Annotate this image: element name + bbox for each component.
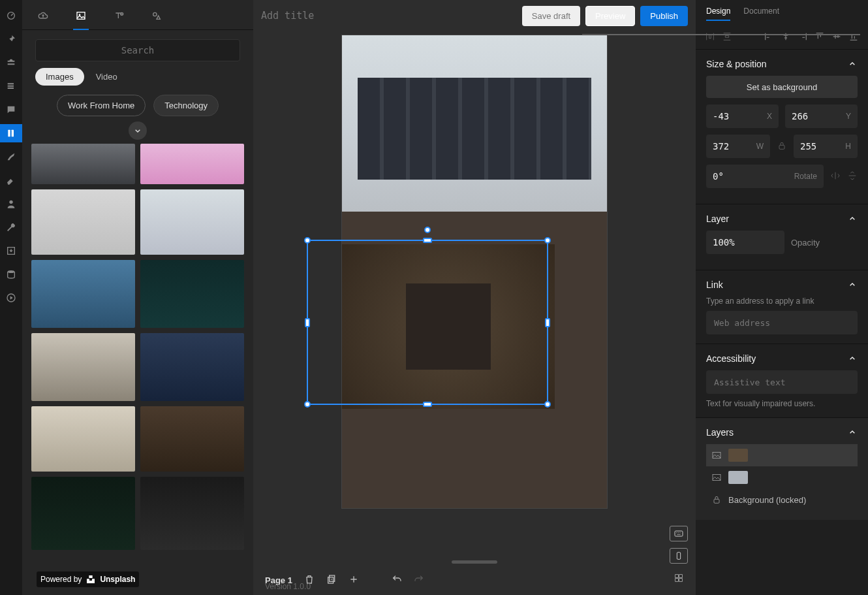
preview-button[interactable]: Preview — [585, 6, 635, 26]
seg-images[interactable]: Images — [35, 68, 84, 86]
chevron-up-icon — [847, 427, 858, 438]
title-input[interactable] — [261, 10, 517, 22]
chevron-up-icon — [847, 214, 858, 224]
layer-thumb — [728, 449, 748, 462]
section-layers: Layers Background (locked) — [696, 417, 868, 520]
chip-technology[interactable]: Technology — [153, 95, 219, 116]
svg-rect-1 — [8, 130, 10, 137]
canvas-image-top[interactable] — [342, 35, 607, 212]
version-label: Version 1.0.0 — [265, 582, 311, 591]
save-draft-button[interactable]: Save draft — [522, 6, 580, 26]
lock-aspect-icon[interactable] — [777, 140, 787, 153]
undo-icon[interactable] — [392, 574, 402, 587]
zoom-scrollbar[interactable] — [452, 560, 497, 564]
rail-dashboard-icon[interactable] — [0, 7, 22, 25]
section-a11y-toggle[interactable]: Accessibility — [706, 353, 858, 364]
h-input[interactable] — [800, 141, 835, 152]
gallery-thumb[interactable] — [31, 333, 135, 401]
keyboard-view-icon[interactable] — [670, 526, 688, 541]
rail-play-icon[interactable] — [0, 289, 22, 307]
svg-rect-14 — [675, 575, 679, 578]
section-layers-toggle[interactable]: Layers — [706, 427, 858, 438]
layer-item[interactable] — [706, 466, 858, 489]
gallery-thumb[interactable] — [140, 144, 244, 184]
seg-video[interactable]: Video — [96, 72, 117, 82]
grid-view-icon[interactable] — [670, 570, 688, 586]
selection-box[interactable] — [307, 240, 548, 405]
rail-user-icon[interactable] — [0, 195, 22, 213]
publish-button[interactable]: Publish — [640, 6, 688, 26]
gallery-thumb[interactable] — [31, 406, 135, 472]
y-input[interactable] — [792, 111, 827, 121]
rail-settings-icon[interactable] — [0, 54, 22, 72]
x-input[interactable] — [713, 111, 748, 121]
svg-rect-18 — [779, 145, 784, 149]
rail-library-icon[interactable] — [0, 124, 22, 142]
gallery-thumb[interactable] — [31, 260, 135, 328]
rail-brush-icon[interactable] — [0, 148, 22, 166]
assistive-text-input[interactable] — [706, 370, 858, 394]
layer-locked-label: Background (locked) — [728, 495, 806, 505]
align-left-icon[interactable] — [764, 31, 774, 44]
chip-wfh[interactable]: Work From Home — [57, 95, 146, 116]
svg-rect-10 — [330, 575, 335, 581]
mobile-view-icon[interactable] — [670, 548, 688, 564]
redo-icon[interactable] — [414, 574, 424, 587]
asset-credit: Powered by Unsplash — [37, 571, 139, 587]
image-icon — [711, 450, 722, 460]
upload-tab-icon[interactable] — [35, 5, 51, 29]
rail-import-icon[interactable] — [0, 242, 22, 260]
align-middle-icon[interactable] — [831, 31, 842, 44]
tab-document[interactable]: Document — [743, 7, 779, 21]
rail-pin-icon[interactable] — [0, 30, 22, 48]
svg-rect-12 — [675, 531, 683, 536]
duplicate-page-icon[interactable] — [326, 574, 337, 587]
svg-rect-19 — [713, 452, 721, 458]
align-right-icon[interactable] — [798, 31, 808, 44]
section-layer-toggle[interactable]: Layer — [706, 214, 858, 224]
image-icon — [711, 472, 722, 483]
link-input[interactable] — [706, 311, 858, 334]
asset-gallery: Powered by Unsplash — [22, 144, 253, 595]
svg-rect-20 — [713, 474, 721, 480]
flip-v-icon[interactable] — [847, 170, 858, 183]
gallery-thumb[interactable] — [31, 189, 135, 255]
align-bottom-icon[interactable] — [848, 31, 859, 44]
rail-eraser-icon[interactable] — [0, 171, 22, 189]
w-input[interactable] — [713, 141, 748, 152]
flip-h-icon[interactable] — [830, 170, 841, 183]
section-accessibility: Accessibility Text for visually impaired… — [696, 344, 868, 417]
gallery-thumb[interactable] — [140, 333, 244, 401]
layer-item[interactable] — [706, 444, 858, 466]
svg-rect-15 — [679, 575, 683, 578]
tab-design[interactable]: Design — [706, 7, 730, 21]
opacity-input[interactable] — [713, 237, 748, 248]
gallery-thumb[interactable] — [31, 144, 135, 184]
gallery-thumb[interactable] — [140, 189, 244, 255]
dist-h-icon[interactable] — [705, 31, 715, 44]
align-top-icon[interactable] — [814, 31, 825, 44]
shapes-tab-icon[interactable] — [149, 5, 164, 29]
gallery-thumb[interactable] — [140, 477, 244, 550]
chevron-up-icon — [847, 353, 858, 364]
section-size-toggle[interactable]: Size & position — [706, 59, 858, 69]
canvas-stage[interactable] — [253, 31, 696, 565]
align-center-h-icon[interactable] — [781, 31, 791, 44]
gallery-thumb[interactable] — [140, 260, 244, 328]
rail-layers-icon[interactable] — [0, 77, 22, 95]
asset-search-input[interactable] — [35, 39, 240, 61]
rail-database-icon[interactable] — [0, 265, 22, 283]
gallery-thumb[interactable] — [31, 477, 135, 550]
image-tab-icon[interactable] — [73, 5, 89, 29]
layer-item-locked[interactable]: Background (locked) — [706, 489, 858, 511]
section-link-toggle[interactable]: Link — [706, 280, 858, 290]
expand-chips-icon[interactable] — [129, 121, 147, 140]
add-page-icon[interactable] — [349, 574, 359, 587]
rotate-input[interactable] — [713, 171, 748, 182]
rail-chat-icon[interactable] — [0, 101, 22, 119]
dist-v-icon[interactable] — [722, 31, 732, 44]
gallery-thumb[interactable] — [140, 406, 244, 472]
text-tab-icon[interactable] — [111, 5, 127, 29]
rail-wrench-icon[interactable] — [0, 218, 22, 236]
set-background-button[interactable]: Set as background — [706, 76, 858, 98]
